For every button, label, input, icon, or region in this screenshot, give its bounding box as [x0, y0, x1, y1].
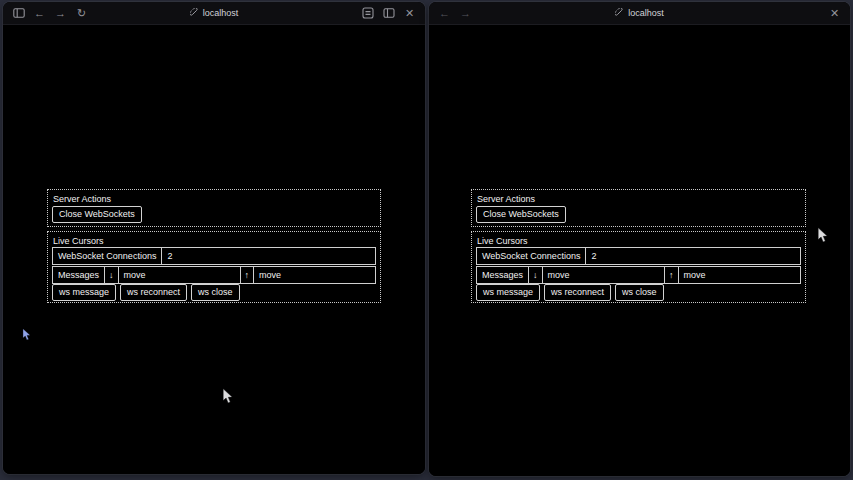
page-content: Server Actions Close WebSockets Live Cur… — [429, 25, 850, 476]
url-text: localhost — [628, 8, 664, 18]
connections-label: WebSocket Connections — [477, 248, 586, 264]
ws-message-button[interactable]: ws message — [52, 284, 116, 301]
close-websockets-button[interactable]: Close WebSockets — [476, 206, 566, 223]
browser-window-left: ← → ↻ localhost ✕ Se — [3, 2, 425, 474]
reload-icon[interactable]: ↻ — [75, 6, 88, 21]
back-icon[interactable]: ← — [33, 6, 46, 21]
close-websockets-button[interactable]: Close WebSockets — [52, 206, 142, 223]
messages-label: Messages — [477, 267, 529, 283]
ws-message-button[interactable]: ws message — [476, 284, 540, 301]
ws-buttons-row: ws message ws reconnect ws close — [476, 284, 664, 301]
ws-reconnect-button[interactable]: ws reconnect — [544, 284, 611, 301]
messages-label: Messages — [53, 267, 105, 283]
server-actions-section: Server Actions Close WebSockets — [471, 189, 806, 227]
live-cursors-section: Live Cursors WebSocket Connections 2 Mes… — [47, 231, 381, 303]
split-view-icon[interactable] — [382, 6, 395, 21]
incoming-event: move — [254, 267, 375, 283]
connections-value: 2 — [586, 248, 800, 264]
console-icon[interactable] — [361, 6, 374, 21]
browser-toolbar: ← → ↻ localhost ✕ — [3, 2, 425, 25]
arrow-down-icon: ↓ — [105, 267, 119, 283]
messages-row: Messages ↓ move ↑ move — [476, 266, 801, 284]
server-actions-section: Server Actions Close WebSockets — [47, 189, 381, 227]
ws-buttons-row: ws message ws reconnect ws close — [52, 284, 240, 301]
incoming-event: move — [679, 267, 800, 283]
outgoing-event: move — [119, 267, 241, 283]
close-icon[interactable]: ✕ — [403, 6, 416, 21]
browser-window-right: ← → localhost ✕ Server Actions Close Web… — [429, 2, 850, 476]
desktop: ← → ↻ localhost ✕ Se — [0, 0, 853, 480]
toolbar-left-group: ← → — [438, 2, 472, 24]
back-icon[interactable]: ← — [438, 6, 451, 21]
page-content: Server Actions Close WebSockets Live Cur… — [3, 25, 425, 474]
arrow-up-icon: ↑ — [241, 267, 255, 283]
forward-icon[interactable]: → — [54, 6, 67, 21]
browser-toolbar: ← → localhost ✕ — [429, 2, 850, 25]
url-text: localhost — [203, 8, 239, 18]
section-legend: Live Cursors — [477, 236, 528, 246]
toolbar-right-group: ✕ — [828, 2, 841, 24]
ws-reconnect-button[interactable]: ws reconnect — [120, 284, 187, 301]
arrow-down-icon: ↓ — [529, 267, 543, 283]
messages-row: Messages ↓ move ↑ move — [52, 266, 376, 284]
arrow-up-icon: ↑ — [665, 267, 679, 283]
sidebar-toggle-icon[interactable] — [12, 6, 25, 21]
websocket-connections-row: WebSocket Connections 2 — [52, 247, 376, 265]
link-icon — [615, 8, 624, 19]
link-icon — [190, 8, 199, 19]
close-icon[interactable]: ✕ — [828, 6, 841, 21]
address-bar[interactable]: localhost — [615, 8, 664, 19]
connections-label: WebSocket Connections — [53, 248, 162, 264]
ws-close-button[interactable]: ws close — [615, 284, 664, 301]
toolbar-right-group: ✕ — [361, 2, 416, 24]
ws-close-button[interactable]: ws close — [191, 284, 240, 301]
toolbar-left-group: ← → ↻ — [12, 2, 88, 24]
address-bar[interactable]: localhost — [190, 8, 239, 19]
forward-icon[interactable]: → — [459, 6, 472, 21]
section-legend: Server Actions — [477, 194, 535, 204]
outgoing-event: move — [543, 267, 665, 283]
connections-value: 2 — [162, 248, 375, 264]
websocket-connections-row: WebSocket Connections 2 — [476, 247, 801, 265]
section-legend: Live Cursors — [53, 236, 104, 246]
section-legend: Server Actions — [53, 194, 111, 204]
live-cursors-section: Live Cursors WebSocket Connections 2 Mes… — [471, 231, 806, 303]
